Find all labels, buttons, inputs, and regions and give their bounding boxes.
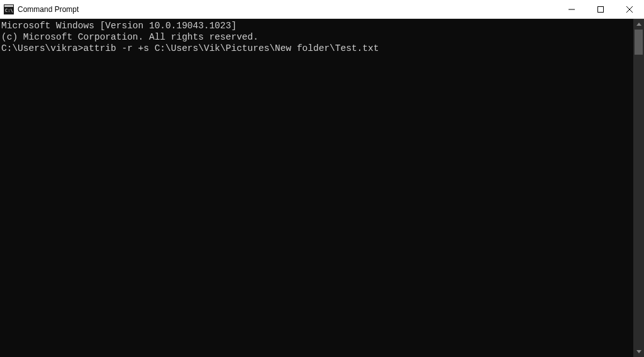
terminal-output-line: Microsoft Windows [Version 10.0.19043.10…: [1, 20, 633, 31]
chevron-down-icon: [636, 350, 641, 353]
terminal-content[interactable]: Microsoft Windows [Version 10.0.19043.10…: [0, 19, 633, 357]
minimize-button[interactable]: [557, 0, 586, 18]
minimize-icon: [569, 6, 575, 13]
maximize-button[interactable]: [586, 0, 615, 18]
window-controls: [557, 0, 644, 18]
close-button[interactable]: [615, 0, 644, 18]
terminal-command-input[interactable]: attrib -r +s C:\Users\Vik\Pictures\New f…: [84, 43, 379, 53]
scroll-down-arrow[interactable]: [633, 346, 644, 357]
scroll-track[interactable]: [633, 30, 644, 346]
svg-rect-4: [598, 6, 604, 12]
terminal-prompt: C:\Users\vikra>: [1, 43, 84, 53]
terminal-area: Microsoft Windows [Version 10.0.19043.10…: [0, 19, 644, 357]
window-title: Command Prompt: [18, 5, 557, 14]
scroll-thumb[interactable]: [635, 30, 643, 55]
svg-rect-1: [4, 5, 13, 7]
vertical-scrollbar[interactable]: [633, 19, 644, 357]
close-icon: [626, 6, 633, 13]
maximize-icon: [597, 6, 604, 13]
titlebar[interactable]: C:\ Command Prompt: [0, 0, 644, 19]
svg-text:C:\: C:\: [5, 8, 13, 13]
terminal-prompt-line: C:\Users\vikra>attrib -r +s C:\Users\Vik…: [1, 43, 633, 54]
scroll-up-arrow[interactable]: [633, 19, 644, 30]
terminal-output-line: (c) Microsoft Corporation. All rights re…: [1, 31, 633, 43]
chevron-up-icon: [636, 23, 641, 26]
command-prompt-window: C:\ Command Prompt Micro: [0, 0, 644, 357]
cmd-icon: C:\: [4, 4, 14, 14]
